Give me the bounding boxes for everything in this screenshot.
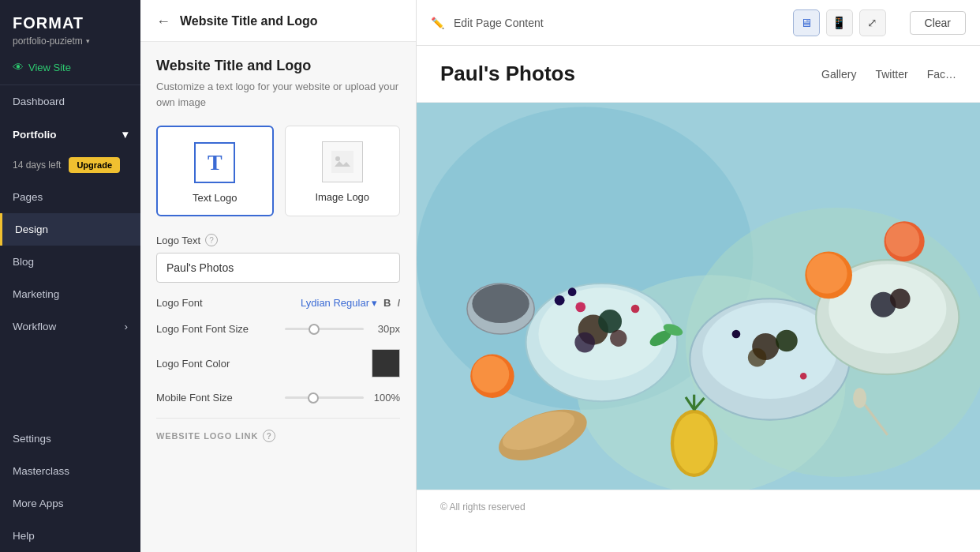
text-logo-card[interactable]: T Text Logo bbox=[156, 126, 274, 216]
account-selector[interactable]: portfolio-puzietm ▾ bbox=[13, 36, 128, 47]
mobile-device-button[interactable]: 📱 bbox=[826, 9, 853, 36]
preview-content: Paul's Photos Gallery Twitter Fac… bbox=[417, 46, 980, 552]
image-logo-placeholder-icon bbox=[322, 141, 363, 182]
image-logo-label: Image Logo bbox=[315, 191, 369, 203]
svg-rect-0 bbox=[331, 151, 353, 173]
font-size-value: 30px bbox=[372, 323, 400, 335]
sidebar-item-portfolio[interactable]: Portfolio ▾ bbox=[0, 118, 140, 151]
eye-icon: 👁 bbox=[13, 61, 24, 73]
chevron-right-icon: ▾ bbox=[122, 128, 128, 141]
sidebar-item-more-apps[interactable]: More Apps bbox=[0, 487, 140, 520]
upgrade-row: 14 days left Upgrade bbox=[0, 151, 140, 181]
svg-point-33 bbox=[472, 356, 509, 393]
text-logo-card-icon: T bbox=[193, 141, 236, 184]
font-bold-button[interactable]: B bbox=[383, 297, 391, 309]
logo-type-cards: T Text Logo Image Logo bbox=[156, 126, 400, 216]
upgrade-button[interactable]: Upgrade bbox=[69, 157, 120, 173]
desktop-device-button[interactable]: 🖥 bbox=[793, 9, 820, 36]
mobile-font-slider-wrap: 100% bbox=[285, 392, 400, 404]
image-logo-card[interactable]: Image Logo bbox=[285, 126, 401, 216]
expand-device-button[interactable]: ⤢ bbox=[859, 9, 886, 36]
mobile-font-label: Mobile Font Size bbox=[156, 392, 233, 404]
design-label: Design bbox=[15, 223, 48, 235]
masterclass-label: Masterclass bbox=[13, 465, 69, 477]
svg-point-43 bbox=[800, 373, 807, 380]
svg-point-40 bbox=[575, 302, 585, 312]
svg-point-42 bbox=[732, 330, 741, 339]
nav-item-facebook[interactable]: Fac… bbox=[927, 68, 956, 81]
help-label: Help bbox=[13, 530, 35, 542]
section-desc: Customize a text logo for your website o… bbox=[156, 79, 400, 110]
clear-button[interactable]: Clear bbox=[910, 11, 966, 35]
nav-item-gallery[interactable]: Gallery bbox=[821, 68, 856, 81]
font-color-swatch[interactable] bbox=[372, 349, 400, 377]
svg-point-10 bbox=[574, 332, 595, 353]
logo-text-help-icon[interactable]: ? bbox=[205, 234, 218, 246]
mobile-font-value: 100% bbox=[372, 392, 400, 404]
desktop-icon: 🖥 bbox=[800, 16, 812, 29]
svg-point-38 bbox=[555, 295, 565, 306]
svg-point-29 bbox=[806, 253, 847, 294]
font-name-selector[interactable]: Lydian Regular ▾ bbox=[301, 297, 377, 309]
website-logo-link-help-icon[interactable]: ? bbox=[263, 430, 275, 442]
chevron-right-icon-workflow: › bbox=[125, 321, 129, 332]
expand-icon: ⤢ bbox=[867, 16, 877, 30]
sidebar-item-settings[interactable]: Settings bbox=[0, 422, 140, 455]
font-size-label: Logo Font Font Size bbox=[156, 323, 249, 335]
edit-label[interactable]: Edit Page Content bbox=[454, 17, 544, 29]
view-site-label: View Site bbox=[28, 62, 71, 73]
svg-point-16 bbox=[748, 348, 766, 366]
sidebar-item-blog[interactable]: Blog bbox=[0, 246, 140, 278]
panel-body: Website Title and Logo Customize a text … bbox=[140, 42, 416, 458]
font-italic-button[interactable]: I bbox=[397, 297, 400, 309]
site-footer: © All rights reserved bbox=[417, 490, 980, 524]
view-site-link[interactable]: 👁 View Site bbox=[0, 54, 140, 84]
back-button[interactable]: ← bbox=[156, 14, 170, 28]
days-left-label: 14 days left bbox=[13, 160, 61, 171]
font-chevron-icon: ▾ bbox=[372, 297, 377, 309]
sidebar-bottom: Settings Masterclass More Apps Help bbox=[0, 422, 140, 552]
svg-point-1 bbox=[335, 156, 340, 161]
image-logo-card-icon bbox=[321, 141, 364, 183]
portfolio-label: Portfolio bbox=[13, 129, 57, 141]
sidebar-item-marketing[interactable]: Marketing bbox=[0, 278, 140, 310]
pencil-icon: ✏️ bbox=[431, 17, 444, 29]
site-nav: Gallery Twitter Fac… bbox=[821, 68, 956, 81]
sidebar-item-workflow[interactable]: Workflow › bbox=[0, 310, 140, 343]
mobile-font-size-row: Mobile Font Size 100% bbox=[156, 392, 400, 404]
more-apps-label: More Apps bbox=[13, 498, 64, 509]
account-name: portfolio-puzietm bbox=[13, 36, 83, 47]
app-logo: FORMAT bbox=[13, 14, 128, 32]
logo-text-input[interactable] bbox=[156, 253, 400, 283]
panel-header: ← Website Title and Logo bbox=[140, 0, 416, 42]
sidebar-item-design[interactable]: Design bbox=[0, 213, 140, 246]
svg-point-15 bbox=[776, 330, 798, 352]
svg-point-24 bbox=[674, 413, 714, 474]
site-hero-image bbox=[417, 103, 980, 490]
footer-text: © All rights reserved bbox=[440, 501, 526, 513]
svg-point-37 bbox=[853, 388, 866, 408]
sidebar: FORMAT portfolio-puzietm ▾ 👁 View Site D… bbox=[0, 0, 140, 552]
logo-text-label: Logo Text bbox=[156, 235, 200, 246]
svg-point-31 bbox=[886, 223, 920, 257]
website-logo-link-label: WEBSITE LOGO LINK bbox=[156, 431, 258, 441]
font-controls: Lydian Regular ▾ B I bbox=[301, 297, 400, 309]
marketing-label: Marketing bbox=[13, 288, 59, 300]
font-size-row: Logo Font Font Size 30px bbox=[156, 323, 400, 335]
sidebar-item-pages[interactable]: Pages bbox=[0, 181, 140, 213]
dashboard-label: Dashboard bbox=[13, 96, 65, 107]
mobile-font-slider[interactable] bbox=[285, 396, 364, 399]
site-header: Paul's Photos Gallery Twitter Fac… bbox=[417, 46, 980, 103]
sidebar-item-help[interactable]: Help bbox=[0, 520, 140, 552]
pages-label: Pages bbox=[13, 191, 43, 203]
preview-toolbar: ✏️ Edit Page Content 🖥 📱 ⤢ Clear bbox=[417, 0, 980, 46]
preview-area: ✏️ Edit Page Content 🖥 📱 ⤢ Clear Paul's … bbox=[417, 0, 980, 552]
nav-item-twitter[interactable]: Twitter bbox=[875, 68, 907, 81]
sidebar-item-masterclass[interactable]: Masterclass bbox=[0, 455, 140, 487]
sidebar-item-dashboard[interactable]: Dashboard bbox=[0, 85, 140, 118]
logo-text-field-label: Logo Text ? bbox=[156, 234, 400, 246]
blog-label: Blog bbox=[13, 256, 34, 268]
settings-panel: ← Website Title and Logo Website Title a… bbox=[140, 0, 417, 552]
font-size-slider[interactable] bbox=[285, 328, 364, 330]
website-logo-link-section: WEBSITE LOGO LINK ? bbox=[156, 418, 400, 442]
